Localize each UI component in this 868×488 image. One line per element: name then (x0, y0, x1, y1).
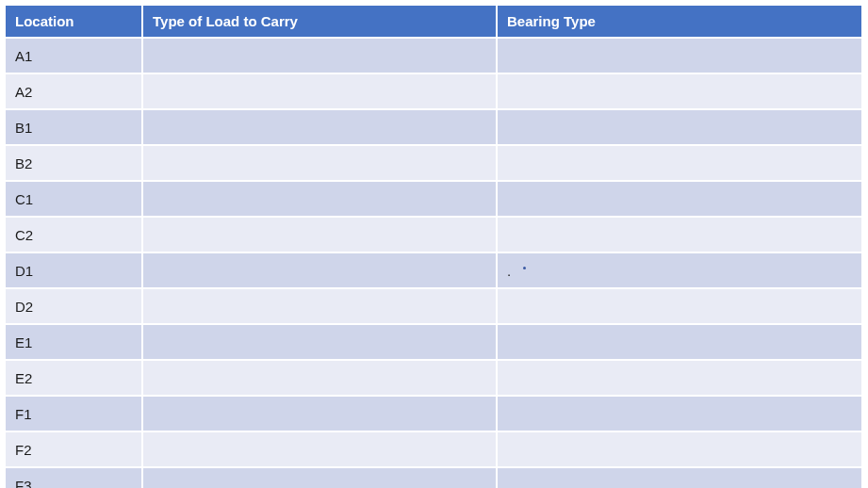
table-row: F2 (6, 432, 861, 468)
cell-location: A2 (6, 74, 143, 110)
cell-location: D2 (6, 289, 143, 325)
table-row: B2 (6, 146, 861, 182)
cell-load (143, 253, 498, 289)
cell-load (143, 432, 498, 468)
header-location: Location (6, 6, 143, 39)
cell-bearing (498, 110, 861, 146)
cell-load (143, 289, 498, 325)
cell-bearing: . (498, 253, 861, 289)
cell-location: A1 (6, 39, 143, 74)
cell-load (143, 39, 498, 74)
cell-location: F2 (6, 432, 143, 468)
cell-load (143, 218, 498, 253)
cell-location: C2 (6, 218, 143, 253)
cell-bearing (498, 146, 861, 182)
cell-location: B1 (6, 110, 143, 146)
cell-location: F1 (6, 397, 143, 432)
table-row: F1 (6, 397, 861, 432)
cell-location: D1 (6, 253, 143, 289)
cell-location: B2 (6, 146, 143, 182)
table-row: D1 . (6, 253, 861, 289)
table-header-row: Location Type of Load to Carry Bearing T… (6, 6, 861, 39)
cell-bearing (498, 218, 861, 253)
table-row: A2 (6, 74, 861, 110)
header-load: Type of Load to Carry (143, 6, 498, 39)
cell-location: C1 (6, 182, 143, 218)
cell-load (143, 325, 498, 361)
cell-bearing (498, 397, 861, 432)
table-row: C2 (6, 218, 861, 253)
cell-bearing (498, 432, 861, 468)
cell-bearing (498, 361, 861, 397)
cell-location: E1 (6, 325, 143, 361)
header-bearing: Bearing Type (498, 6, 861, 39)
cell-location: E2 (6, 361, 143, 397)
cell-bearing (498, 325, 861, 361)
table-row: D2 (6, 289, 861, 325)
cell-location: F3 (6, 468, 143, 488)
table-row: B1 (6, 110, 861, 146)
cell-load (143, 110, 498, 146)
cell-load (143, 397, 498, 432)
table-row: A1 (6, 39, 861, 74)
table-row: E1 (6, 325, 861, 361)
cell-bearing (498, 39, 861, 74)
cell-bearing (498, 74, 861, 110)
bearing-table: Location Type of Load to Carry Bearing T… (6, 6, 861, 488)
table-row: E2 (6, 361, 861, 397)
cell-bearing (498, 182, 861, 218)
table-row: F3 (6, 468, 861, 488)
cell-load (143, 146, 498, 182)
cell-load (143, 182, 498, 218)
cell-bearing (498, 468, 861, 488)
cell-load (143, 74, 498, 110)
cell-load (143, 468, 498, 488)
table-row: C1 (6, 182, 861, 218)
cell-bearing (498, 289, 861, 325)
stray-dot-icon (523, 267, 526, 269)
cell-load (143, 361, 498, 397)
